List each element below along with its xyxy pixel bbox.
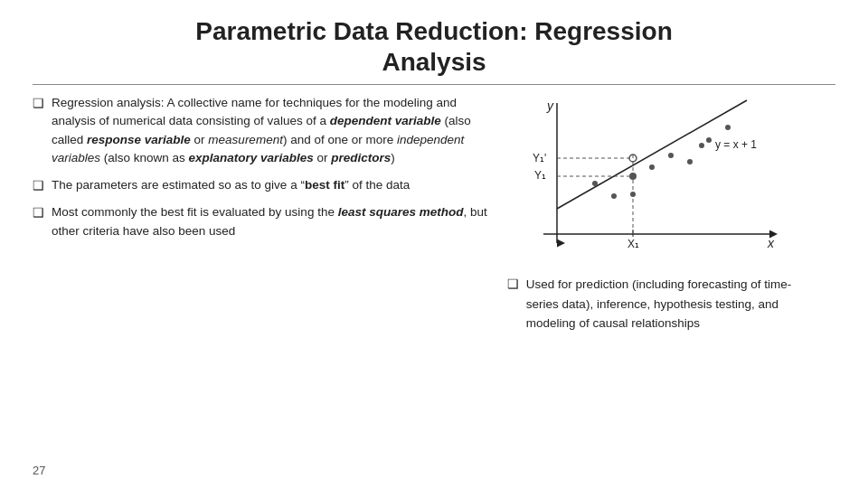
- svg-point-7: [649, 164, 655, 170]
- left-column: ❑ Regression analysis: A collective name…: [33, 94, 489, 333]
- right-bullet-text: Used for prediction (including forecasti…: [526, 275, 807, 333]
- bullet-text-2: The parameters are estimated so as to gi…: [52, 176, 410, 194]
- y1-prime-label: Y₁': [533, 152, 546, 164]
- x1-label: X₁: [627, 238, 639, 250]
- slide-number: 27: [33, 464, 45, 477]
- bullet-symbol-3: ❑: [33, 205, 44, 220]
- right-column: y x y = x + 1: [498, 94, 835, 333]
- svg-point-10: [699, 143, 704, 148]
- bullet-text-1: Regression analysis: A collective name f…: [52, 94, 489, 167]
- y1-label: Y₁: [534, 169, 546, 182]
- bullet-item-1: ❑ Regression analysis: A collective name…: [33, 94, 489, 167]
- x-axis-label: x: [767, 236, 775, 250]
- bullet-item-2: ❑ The parameters are estimated so as to …: [33, 176, 489, 194]
- bullet-symbol-1: ❑: [33, 96, 44, 110]
- content-area: ❑ Regression analysis: A collective name…: [33, 94, 835, 333]
- bullet-symbol-2: ❑: [33, 178, 44, 192]
- svg-point-9: [687, 159, 693, 164]
- svg-point-8: [668, 153, 674, 158]
- svg-point-4: [611, 193, 617, 199]
- regression-chart: y x y = x + 1: [507, 94, 788, 266]
- slide: Parametric Data Reduction: Regression An…: [0, 0, 868, 488]
- svg-point-11: [706, 137, 712, 143]
- svg-point-12: [725, 125, 731, 130]
- title-area: Parametric Data Reduction: Regression An…: [33, 16, 835, 85]
- right-bullet-symbol: ❑: [507, 277, 519, 291]
- bullet-text-3: Most commonly the best fit is evaluated …: [52, 203, 489, 240]
- chart-svg: y x y = x + 1: [507, 94, 788, 266]
- line-equation-label: y = x + 1: [715, 138, 757, 151]
- svg-point-3: [592, 181, 598, 186]
- bullet-item-3: ❑ Most commonly the best fit is evaluate…: [33, 203, 489, 240]
- y-axis-label: y: [546, 99, 554, 113]
- right-bullet-used-for-prediction: ❑ Used for prediction (including forecas…: [507, 275, 807, 333]
- slide-title: Parametric Data Reduction: Regression An…: [33, 16, 835, 77]
- svg-line-2: [557, 100, 747, 209]
- svg-point-17: [629, 173, 637, 180]
